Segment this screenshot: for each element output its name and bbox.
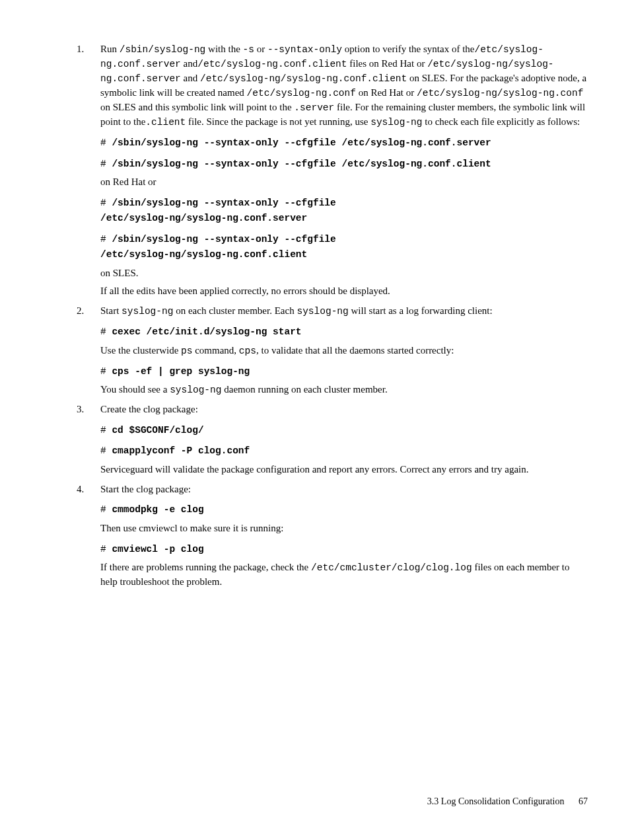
text: file. Since the package is not yet runni…	[186, 116, 370, 127]
step-4-para-1: Start the clog package:	[100, 482, 588, 497]
code: /etc/cmcluster/clog/clog.log	[311, 562, 472, 573]
command: cd $SGCONF/clog/	[112, 425, 203, 436]
step-number: 3.	[77, 402, 84, 417]
page-footer: 3.3 Log Consolidation Configuration 67	[427, 795, 588, 808]
text: and	[181, 58, 197, 69]
command-block: # cmviewcl -p clog	[100, 541, 588, 556]
prompt: #	[100, 366, 112, 377]
step-4: 4. Start the clog package: # cmmodpkg -e…	[100, 482, 588, 590]
command: /etc/syslog-ng/syslog-ng.conf.server	[100, 213, 307, 223]
step-4-para-3: If there are problems running the packag…	[100, 560, 588, 590]
text: or	[254, 44, 267, 54]
prompt: #	[100, 137, 112, 148]
step-4-para-2: Then use cmviewcl to make sure it is run…	[100, 521, 588, 536]
command: cmmodpkg -e clog	[112, 504, 203, 515]
code: --syntax-only	[267, 44, 342, 55]
command-block: # /sbin/syslog-ng --syntax-only --cfgfil…	[100, 231, 588, 262]
code: syslog-ng	[122, 306, 173, 317]
step-2-para-3: You should see a syslog-ng daemon runnin…	[100, 383, 588, 397]
code: .client	[145, 117, 186, 128]
command: cmviewcl -p clog	[112, 544, 203, 554]
code: syslog-ng	[297, 306, 348, 317]
prompt: #	[100, 445, 112, 456]
command-block: # cmmodpkg -e clog	[100, 502, 588, 517]
prompt: #	[100, 504, 112, 515]
command-block: # /sbin/syslog-ng --syntax-only --cfgfil…	[100, 135, 588, 150]
command: cps -ef | grep syslog-ng	[112, 366, 250, 377]
code: /sbin/syslog-ng	[120, 44, 206, 55]
step-2: 2. Start syslog-ng on each cluster membe…	[100, 304, 588, 397]
prompt: #	[100, 234, 112, 245]
code: -s	[243, 44, 254, 55]
step-3-para-2: Serviceguard will validate the package c…	[100, 463, 588, 477]
step-1-para-3: on SLES.	[100, 266, 588, 281]
text: option to verify the syntax of the	[342, 44, 474, 54]
code: .server	[294, 102, 334, 113]
prompt: #	[100, 326, 112, 337]
command: /sbin/syslog-ng --syntax-only --cfgfile …	[112, 159, 491, 169]
step-1: 1. Run /sbin/syslog-ng with the -s or --…	[100, 42, 588, 299]
step-1-para-1: Run /sbin/syslog-ng with the -s or --syn…	[100, 42, 588, 130]
step-list: 1. Run /sbin/syslog-ng with the -s or --…	[42, 42, 588, 590]
step-3-para-1: Create the clog package:	[100, 402, 588, 417]
command: /sbin/syslog-ng --syntax-only --cfgfile	[112, 234, 335, 245]
command-block: # cps -ef | grep syslog-ng	[100, 363, 588, 379]
code: ps	[181, 346, 192, 356]
command: cexec /etc/init.d/syslog-ng start	[112, 326, 301, 337]
text: will start as a log forwarding client:	[349, 305, 493, 316]
code: /etc/syslog-ng.conf	[247, 88, 356, 98]
step-1-para-4: If all the edits have been applied corre…	[100, 284, 588, 299]
command-block: # cmapplyconf -P clog.conf	[100, 443, 588, 458]
command-block: # /sbin/syslog-ng --syntax-only --cfgfil…	[100, 195, 588, 226]
command: /sbin/syslog-ng --syntax-only --cfgfile …	[112, 137, 491, 148]
step-2-para-2: Use the clusterwide ps command, cps, to …	[100, 344, 588, 358]
page-content: 1. Run /sbin/syslog-ng with the -s or --…	[0, 0, 630, 590]
code: cps	[239, 346, 256, 356]
footer-section: 3.3 Log Consolidation Configuration	[427, 796, 565, 806]
command: /sbin/syslog-ng --syntax-only --cfgfile	[112, 198, 335, 208]
text: files on Red Hat or	[347, 58, 428, 69]
text: , to validate that all the daemons start…	[256, 345, 454, 356]
code: /etc/syslog-ng/syslog-ng.conf.client	[200, 73, 407, 84]
prompt: #	[100, 544, 112, 554]
text: to check each file explicitly as follows…	[423, 116, 580, 127]
step-3: 3. Create the clog package: # cd $SGCONF…	[100, 402, 588, 477]
command-block: # cexec /etc/init.d/syslog-ng start	[100, 324, 588, 339]
step-number: 2.	[77, 304, 84, 319]
text: You should see a	[100, 384, 170, 395]
code: /etc/syslog-ng.conf.client	[197, 59, 347, 69]
text: on Red Hat or	[356, 87, 417, 98]
step-1-para-2: on Red Hat or	[100, 175, 588, 190]
text: with the	[205, 44, 242, 54]
text: Use the clusterwide	[100, 345, 181, 356]
prompt: #	[100, 198, 112, 208]
text: command,	[192, 345, 238, 356]
step-number: 4.	[77, 482, 84, 497]
code: syslog-ng	[170, 385, 221, 395]
command: /etc/syslog-ng/syslog-ng.conf.client	[100, 249, 307, 260]
text: Run	[100, 44, 120, 54]
prompt: #	[100, 425, 112, 436]
code: /etc/syslog-ng/syslog-ng.conf	[417, 88, 583, 98]
command-block: # /sbin/syslog-ng --syntax-only --cfgfil…	[100, 156, 588, 171]
text: and	[181, 73, 200, 83]
code: syslog-ng	[370, 117, 422, 128]
text: on each cluster member. Each	[173, 305, 297, 316]
prompt: #	[100, 159, 112, 169]
command-block: # cd $SGCONF/clog/	[100, 422, 588, 438]
text: on SLES and this symbolic link will poin…	[100, 102, 294, 112]
text: daemon running on each cluster member.	[221, 384, 387, 395]
step-number: 1.	[77, 42, 84, 57]
footer-page-number: 67	[578, 796, 588, 806]
text: Start	[100, 305, 122, 316]
command: cmapplyconf -P clog.conf	[112, 445, 250, 456]
step-2-para-1: Start syslog-ng on each cluster member. …	[100, 304, 588, 319]
text: If there are problems running the packag…	[100, 562, 311, 572]
